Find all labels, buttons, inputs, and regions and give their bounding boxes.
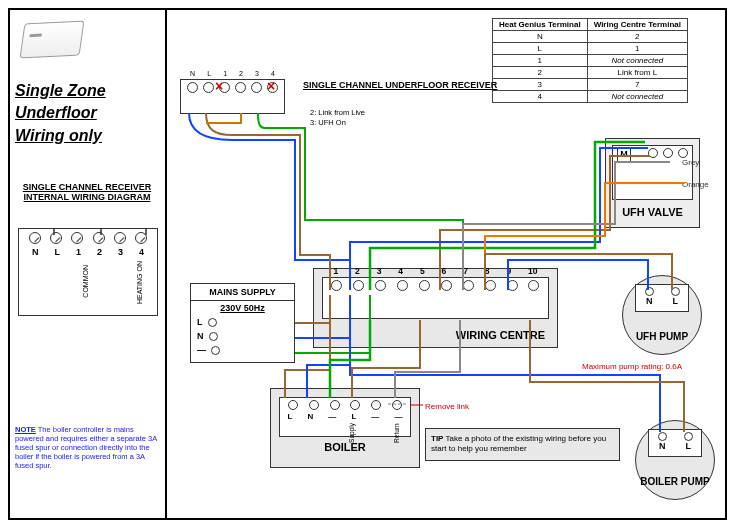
mains-supply: MAINS SUPPLY 230V 50Hz L N —: [190, 283, 295, 363]
terminal-reference-table: Heat Genius TerminalWiring Centre Termin…: [492, 18, 688, 103]
boiler: L N — L — — Supply Return BOILER: [270, 388, 420, 468]
note-text: The boiler controller is mains powered a…: [15, 425, 157, 470]
vertical-divider: [165, 8, 167, 518]
valve-wire-grey: Grey: [682, 158, 699, 167]
thermostat-illustration: [20, 20, 85, 58]
tip-box: TIP Take a photo of the existing wiring …: [425, 428, 620, 461]
sc-heating-on-label: HEATING ON: [136, 261, 143, 304]
cross-mark-icon: ×: [267, 78, 275, 94]
receiver-box: N L 1 2 3 4 × ×: [180, 79, 285, 114]
valve-m-label: M: [617, 148, 631, 162]
boiler-pump-label: BOILER PUMP: [636, 476, 714, 487]
wiring-centre: 1 2 3 4 5 6 7 8 9 10 WIRING CENTRE: [313, 268, 558, 348]
tip-prefix: TIP: [431, 434, 443, 443]
cross-mark-icon: ×: [215, 78, 223, 94]
valve-wire-orange: Orange: [682, 180, 709, 189]
boiler-note: NOTE The boiler controller is mains powe…: [15, 425, 160, 470]
ufh-pump-label: UFH PUMP: [623, 331, 701, 342]
ufh-pump: N L UFH PUMP: [622, 275, 702, 355]
pump-rating: Maximum pump rating: 0.6A: [582, 362, 682, 371]
note-prefix: NOTE: [15, 425, 36, 434]
page-title: Single Zone Underfloor Wiring only: [15, 80, 106, 147]
sc-diagram-title: SINGLE CHANNEL RECEIVER INTERNAL WIRING …: [22, 182, 152, 202]
receiver-labels: N L 1 2 3 4: [184, 70, 281, 77]
receiver-title: SINGLE CHANNEL UNDERFLOOR RECEIVER: [303, 80, 497, 90]
boiler-label: BOILER: [271, 441, 419, 457]
remove-link-label: Remove link: [425, 402, 469, 411]
sc-common-label: COMMON: [82, 265, 89, 298]
receiver-subtitle: 2: Link from Live 3: UFH On: [310, 108, 365, 128]
mains-title: MAINS SUPPLY: [191, 284, 294, 301]
mains-sub: 230V 50Hz: [191, 301, 294, 315]
tip-text: Take a photo of the existing wiring befo…: [431, 434, 606, 453]
wiring-centre-label: WIRING CENTRE: [456, 329, 545, 341]
valve-label: UFH VALVE: [606, 206, 699, 218]
boiler-pump: N L BOILER PUMP: [635, 420, 715, 500]
sc-internal-diagram: N L 1 2 3 4 COMMON HEATING ON: [18, 228, 158, 316]
valve-terminals: [648, 148, 688, 158]
title-line1: Single Zone Underfloor Wiring only: [15, 80, 106, 147]
